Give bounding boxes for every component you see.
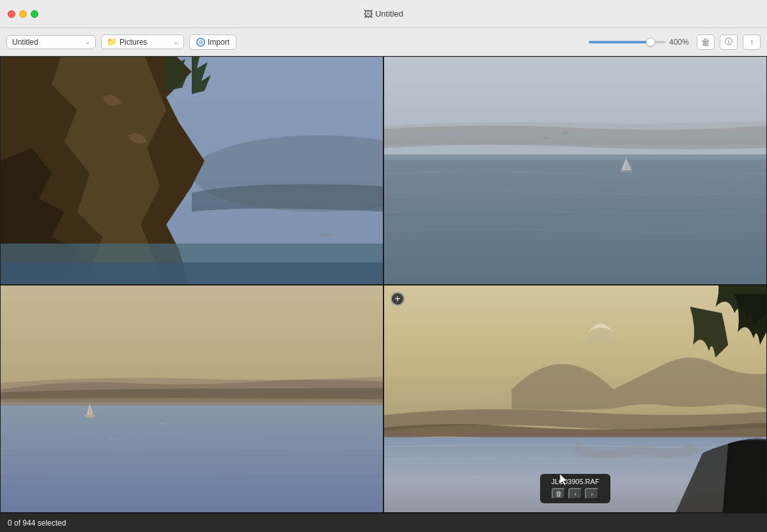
add-badge[interactable]: + — [391, 292, 405, 306]
svg-rect-16 — [1, 405, 383, 512]
share-icon: ↑ — [750, 38, 754, 47]
svg-rect-18 — [85, 414, 95, 417]
svg-rect-4 — [319, 234, 332, 236]
minimize-button[interactable] — [19, 10, 27, 18]
toolbar-right: 400% 🗑 ⓘ ↑ — [589, 34, 761, 50]
info-icon: ⓘ — [725, 36, 732, 47]
zoom-label: 400% — [669, 38, 692, 47]
window-icon: 🖼 — [364, 9, 373, 19]
close-button[interactable] — [8, 10, 15, 18]
zoom-slider[interactable] — [589, 41, 665, 43]
library-chevron-icon: ⌄ — [85, 38, 90, 45]
svg-rect-3 — [1, 262, 383, 284]
file-tooltip: JLC03905.RAF 🗑 ‹ › — [540, 474, 610, 503]
photo-2-image — [384, 57, 766, 284]
delete-icon: 🗑 — [701, 37, 710, 47]
maximize-button[interactable] — [31, 10, 38, 18]
delete-button[interactable]: 🗑 — [697, 34, 715, 50]
photo-1-image — [1, 57, 383, 284]
library-selector[interactable]: Untitled ⌄ — [6, 35, 96, 49]
tooltip-prev-icon: ‹ — [574, 490, 577, 498]
window-title: 🖼 Untitled — [364, 9, 403, 19]
photo-cell-2[interactable] — [384, 56, 767, 285]
folder-icon: 📁 — [107, 37, 117, 47]
svg-rect-15 — [1, 402, 383, 405]
file-tooltip-name: JLC03905.RAF — [551, 478, 599, 485]
photo-cell-3[interactable] — [0, 285, 384, 513]
titlebar: 🖼 Untitled — [0, 0, 767, 28]
tooltip-next-button[interactable]: › — [585, 488, 599, 499]
folder-chevron-icon: ⌄ — [173, 38, 178, 45]
window-title-text: Untitled — [375, 9, 403, 19]
library-label: Untitled — [12, 38, 38, 47]
tooltip-prev-button[interactable]: ‹ — [568, 488, 582, 499]
import-icon: ⊕ — [196, 38, 205, 47]
statusbar-text: 0 of 944 selected — [8, 519, 66, 528]
svg-rect-8 — [384, 155, 766, 284]
folder-selector[interactable]: 📁 Pictures ⌄ — [101, 34, 184, 49]
zoom-container: 400% — [589, 38, 692, 47]
import-label: Import — [208, 38, 229, 47]
share-button[interactable]: ↑ — [743, 34, 761, 50]
traffic-lights — [0, 10, 38, 18]
toolbar: Untitled ⌄ 📁 Pictures ⌄ ⊕ Import 400% 🗑 … — [0, 28, 767, 56]
photo-grid: + JLC03905.RAF 🗑 ‹ › — [0, 56, 767, 513]
folder-label: Pictures — [120, 38, 147, 47]
photo-cell-4[interactable]: + JLC03905.RAF 🗑 ‹ › — [384, 285, 767, 513]
info-button[interactable]: ⓘ — [720, 34, 738, 50]
photo-3-image — [1, 285, 383, 513]
file-tooltip-actions: 🗑 ‹ › — [552, 488, 599, 499]
tooltip-next-icon: › — [591, 490, 593, 498]
add-icon: + — [394, 294, 400, 304]
tooltip-delete-button[interactable]: 🗑 — [552, 488, 566, 499]
statusbar: 0 of 944 selected — [0, 513, 767, 532]
svg-rect-13 — [384, 155, 766, 160]
photo-cell-1[interactable] — [0, 56, 384, 285]
import-button[interactable]: ⊕ Import — [189, 34, 236, 50]
tooltip-delete-icon: 🗑 — [555, 490, 562, 498]
